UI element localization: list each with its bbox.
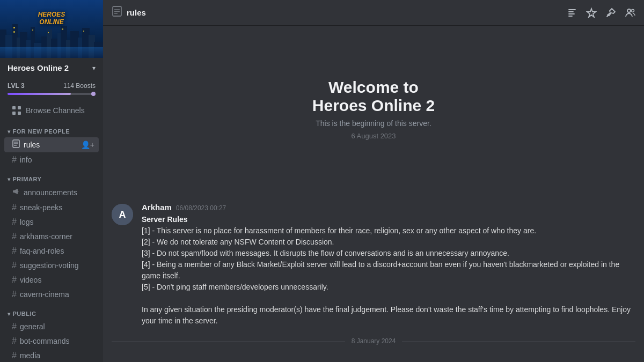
channel-suggestion-icon: # xyxy=(12,261,17,270)
boost-info: LVL 3 114 Boosts xyxy=(8,82,96,90)
server-banner-image: HEROESONLINE xyxy=(0,0,103,58)
date-divider-text: 8 January 2024 xyxy=(345,337,402,345)
category-for-new-people[interactable]: ▾ FOR NEW PEOPLE xyxy=(0,120,103,137)
rule-2: [2] - We do not tolerate any NSFW Conten… xyxy=(142,238,334,246)
channel-general-icon: # xyxy=(12,322,17,331)
channel-rules-icon xyxy=(12,139,20,150)
members-icon[interactable] xyxy=(625,8,635,18)
server-name-row[interactable]: Heroes Online 2 ▾ xyxy=(0,58,103,78)
message-row: A Arkham 06/08/2023 00:27 Server Rules [… xyxy=(103,201,644,329)
channel-suggestion-label: suggestion-voting xyxy=(20,261,94,270)
svg-rect-20 xyxy=(13,27,15,28)
date-divider-line-right xyxy=(402,341,635,342)
welcome-subtitle: This is the beginning of this server. xyxy=(316,119,431,128)
channel-videos[interactable]: # videos xyxy=(4,273,99,287)
boost-indicator xyxy=(91,92,96,96)
messages-list: A Arkham 06/08/2023 00:27 Server Rules [… xyxy=(103,192,644,362)
channel-rules[interactable]: rules 👤+ xyxy=(4,137,99,152)
channel-cavern-cinema[interactable]: # cavern-cinema xyxy=(4,287,99,301)
channel-announcements-icon xyxy=(12,187,20,198)
category-chevron-3: ▾ xyxy=(8,311,11,317)
svg-rect-23 xyxy=(48,32,49,33)
pin-icon[interactable] xyxy=(605,8,616,18)
top-bar-right xyxy=(567,8,635,18)
server-dropdown-icon: ▾ xyxy=(92,64,96,72)
channel-logs-label: logs xyxy=(20,218,94,226)
channel-arkhams-corner[interactable]: # arkhams-corner xyxy=(4,230,99,243)
svg-rect-27 xyxy=(12,106,16,109)
channel-arkhams-corner-label: arkhams-corner xyxy=(20,232,94,241)
channel-list: ▾ FOR NEW PEOPLE rules 👤+ # info ▾ PRIMA… xyxy=(0,120,103,362)
category-public[interactable]: ▾ PUBLIC xyxy=(0,302,103,319)
category-label-3: PUBLIC xyxy=(13,311,36,317)
channel-general[interactable]: # general xyxy=(4,320,99,334)
message-header: Arkham 06/08/2023 00:27 xyxy=(142,203,635,212)
channel-logs[interactable]: # logs xyxy=(4,215,99,229)
channel-rules-label: rules xyxy=(24,141,81,149)
message-text: Server Rules [1] - This server is no pla… xyxy=(142,214,635,327)
channel-general-label: general xyxy=(20,322,94,331)
main-content: rules xyxy=(103,0,644,362)
channel-logs-icon: # xyxy=(12,217,17,227)
rule-footer: In any given situation the presiding mod… xyxy=(142,305,631,325)
channel-media[interactable]: # media xyxy=(4,349,99,362)
message-content: Arkham 06/08/2023 00:27 Server Rules [1]… xyxy=(142,203,635,327)
channel-bot-commands[interactable]: # bot-commands xyxy=(4,334,99,348)
channel-announcements[interactable]: announcements xyxy=(4,185,99,200)
channel-info[interactable]: # info xyxy=(4,153,99,167)
channel-sneak-peeks-label: sneak-peeks xyxy=(20,203,94,212)
channel-name-header: rules xyxy=(127,8,146,17)
rule-1: [1] - This server is no place for harass… xyxy=(142,226,536,235)
channel-bot-commands-icon: # xyxy=(12,336,17,346)
browse-channels-label: Browse Channels xyxy=(26,106,85,115)
date-divider-line-left xyxy=(112,341,345,342)
favorites-icon[interactable] xyxy=(586,8,597,18)
channel-arkhams-corner-icon: # xyxy=(12,232,17,241)
welcome-section: Welcome to Heroes Online 2 This is the b… xyxy=(103,26,644,192)
browse-channels-icon xyxy=(12,106,21,115)
channel-faq-icon: # xyxy=(12,246,17,256)
message-timestamp: 06/08/2023 00:27 xyxy=(176,204,226,212)
category-chevron-2: ▾ xyxy=(8,176,11,182)
category-label: FOR NEW PEOPLE xyxy=(13,128,70,135)
messages-area: Welcome to Heroes Online 2 This is the b… xyxy=(103,26,644,362)
date-divider: 8 January 2024 xyxy=(103,333,644,349)
rule-3: [3] - Do not spam/flood with messages. I… xyxy=(142,249,509,257)
add-member-icon[interactable]: 👤+ xyxy=(81,141,94,149)
rule-5: [5] - Don't ping staff members/developer… xyxy=(142,283,328,291)
channel-info-label: info xyxy=(20,156,94,164)
banner-title: HEROESONLINE xyxy=(0,11,103,26)
browse-channels-button[interactable]: Browse Channels xyxy=(4,101,99,120)
boosts-text[interactable]: 114 Boosts xyxy=(63,82,96,90)
channel-faq-label: faq-and-roles xyxy=(20,247,94,255)
channel-sneak-peeks-icon: # xyxy=(12,203,17,212)
channel-announcements-label: announcements xyxy=(24,188,94,197)
svg-rect-25 xyxy=(83,31,84,32)
channel-media-icon: # xyxy=(12,351,17,360)
welcome-date: 6 August 2023 xyxy=(351,132,396,140)
channel-sneak-peeks[interactable]: # sneak-peeks xyxy=(4,201,99,215)
server-name: Heroes Online 2 xyxy=(8,63,69,72)
channel-faq-and-roles[interactable]: # faq-and-roles xyxy=(4,244,99,258)
level-text: LVL 3 xyxy=(8,82,25,90)
channel-cavern-cinema-label: cavern-cinema xyxy=(20,290,94,299)
svg-rect-24 xyxy=(62,28,63,30)
channel-videos-label: videos xyxy=(20,276,94,284)
boost-bar-fill xyxy=(8,93,71,95)
category-label-2: PRIMARY xyxy=(13,176,42,182)
channel-media-label: media xyxy=(20,351,94,360)
category-primary[interactable]: ▾ PRIMARY xyxy=(0,167,103,184)
channel-videos-icon: # xyxy=(12,275,17,285)
welcome-title: Welcome to Heroes Online 2 xyxy=(312,78,435,115)
top-bar-left: rules xyxy=(112,6,146,19)
svg-rect-21 xyxy=(13,31,15,33)
channel-header-icon xyxy=(112,6,122,19)
avatar: A xyxy=(112,204,133,225)
svg-rect-29 xyxy=(12,112,16,115)
svg-point-41 xyxy=(632,9,634,12)
boost-section: LVL 3 114 Boosts xyxy=(0,78,103,101)
boost-bar-bg xyxy=(8,93,96,95)
svg-rect-30 xyxy=(18,112,21,115)
threads-icon[interactable] xyxy=(567,8,577,18)
channel-suggestion-voting[interactable]: # suggestion-voting xyxy=(4,258,99,272)
